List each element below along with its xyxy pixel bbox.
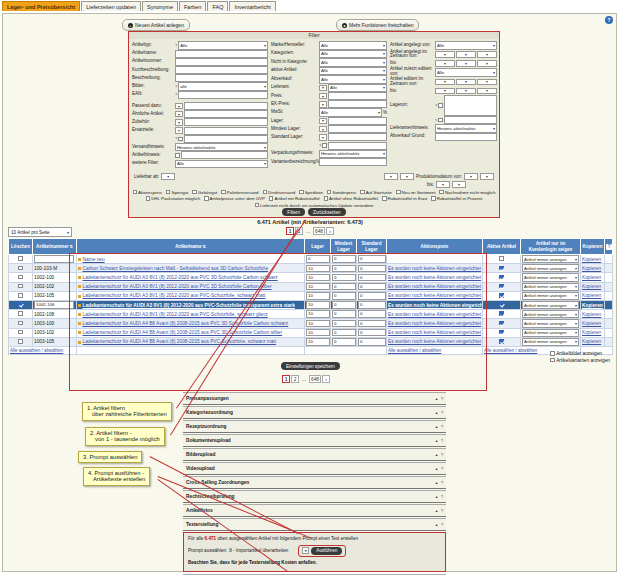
operator-select[interactable]: ▾ [456, 79, 476, 86]
filter-checkbox-artikel-ohne-rabattstaffel[interactable]: Artikel ohne Rabattstaffel [324, 196, 378, 201]
collapse-icon[interactable]: ▴ [436, 522, 438, 527]
help-icon[interactable]: ? [175, 136, 177, 141]
checkbox[interactable] [327, 190, 332, 195]
filter-input[interactable] [328, 125, 387, 133]
checkbox[interactable] [204, 196, 209, 201]
checkbox[interactable] [18, 293, 23, 298]
mindest-lager-input[interactable]: 0 [332, 329, 356, 337]
checkbox[interactable] [396, 190, 401, 195]
checkbox[interactable] [438, 118, 443, 123]
aktionspreis-link[interactable]: Es wurden noch keine Aktionen eingericht… [388, 275, 481, 280]
filter-input[interactable] [175, 74, 268, 82]
artikelnummer-input[interactable] [34, 255, 74, 263]
checkbox[interactable] [322, 143, 327, 148]
column-header-artikelnummer[interactable]: Artikelnummer⇅ [33, 239, 77, 255]
filter-checkbox-sperrgut[interactable]: Sperrgut [166, 190, 188, 195]
filter-input[interactable] [184, 118, 268, 126]
display-select[interactable]: Artikel immer anzeigen▾ [522, 310, 579, 318]
collapse-icon[interactable]: ▴ [436, 452, 438, 457]
filter-input[interactable] [435, 133, 497, 141]
artikelname-link[interactable]: Ladekantenschutz für AUDI A3 8V1 (8) 201… [83, 312, 268, 317]
checkbox[interactable] [499, 339, 504, 344]
pagination-page-2[interactable]: 2 [291, 375, 299, 383]
operator-select[interactable]: ▾ [435, 51, 455, 58]
filter-select[interactable]: Hinweis aktiv/inaktiv▾ [435, 124, 497, 133]
mindest-lager-input[interactable]: 0 [332, 301, 356, 309]
aktionspreis-link[interactable]: Es wurden noch keine Aktionen eingericht… [388, 303, 483, 308]
tab-farben[interactable]: Farben [179, 1, 206, 11]
help-icon[interactable]: ? [435, 103, 437, 108]
standard-lager-input[interactable]: 0 [358, 310, 386, 318]
operator-select[interactable]: ▾ [175, 111, 183, 118]
bis-select[interactable]: ▾ [436, 181, 450, 188]
collapse-icon[interactable]: ▴ [436, 438, 438, 443]
display-select[interactable]: Artikel immer anzeigen▾ [522, 283, 579, 291]
tab-faq[interactable]: FAQ [207, 1, 228, 11]
filter-input[interactable] [175, 66, 268, 74]
collapse-icon[interactable]: ▴ [436, 396, 438, 401]
lieferbar-select[interactable]: ▾ [384, 173, 398, 180]
display-select[interactable]: Artikel immer anzeigen▾ [522, 292, 579, 300]
checkbox[interactable] [18, 339, 23, 344]
checkbox[interactable] [255, 203, 260, 208]
filter-select[interactable]: Alle▾ [175, 160, 268, 169]
filter-checkbox-palettenversand[interactable]: Palettenversand [221, 190, 258, 195]
accordion-texterstellung[interactable]: Texterstellung▴? [183, 518, 446, 531]
kopieren-link[interactable]: Kopieren [582, 330, 601, 335]
mindest-lager-input[interactable]: 0 [332, 274, 356, 282]
filter-select[interactable]: Alle▾ [435, 41, 497, 50]
help-icon[interactable]: ? [175, 92, 177, 97]
mindest-lager-input[interactable]: 0 [332, 292, 356, 300]
select-all-link[interactable]: Alle auswählen / abwählen [484, 348, 537, 353]
checkbox[interactable] [499, 302, 504, 307]
filter-checkbox-direktversand[interactable]: Direktversand [263, 190, 296, 195]
checkbox[interactable] [382, 196, 387, 201]
lieferbar-select[interactable]: ▾ [161, 173, 175, 180]
filter-select[interactable]: Alle▾ [319, 41, 387, 50]
sort-icon[interactable]: ⇅ [70, 244, 73, 249]
filter-checkbox-artikelpreise-unter-dem-uvp[interactable]: Artikelpreise unter dem UVP [204, 196, 265, 201]
accordion-dokumentenupload[interactable]: Dokumentenupload▴? [183, 434, 446, 447]
filter-checkbox-rabattstaffel-in-prozent[interactable]: Rabattstaffel in Prozent [431, 196, 482, 201]
mindest-lager-input[interactable]: 0 [332, 283, 356, 291]
kopieren-link[interactable]: Kopieren [582, 275, 601, 280]
accordion-artikelfotos[interactable]: Artikelfotos▴? [183, 504, 446, 517]
checkbox[interactable] [18, 321, 23, 326]
lager-input[interactable]: 10 [306, 310, 330, 318]
checkbox[interactable] [360, 190, 365, 195]
lieferbar-select[interactable]: ▾ [400, 173, 414, 180]
checkbox[interactable] [146, 196, 151, 201]
lager-input[interactable]: 10 [306, 338, 330, 346]
mindest-lager-input[interactable]: 0 [332, 310, 356, 318]
help-icon[interactable]: ? [441, 424, 443, 429]
checkbox[interactable] [431, 196, 436, 201]
pagination-next[interactable]: › [322, 375, 330, 383]
pagination-page-1[interactable]: 1 [286, 227, 294, 235]
checkbox[interactable] [18, 256, 23, 261]
checkbox[interactable] [263, 190, 268, 195]
lager-input[interactable]: 10 [306, 292, 330, 300]
standard-lager-input[interactable]: 0 [358, 329, 386, 337]
mindest-lager-input[interactable]: 0 [332, 265, 356, 273]
filtern-button[interactable]: Filtern [282, 208, 305, 216]
tab-lieferzeiten-updaten[interactable]: Lieferzeiten updaten [81, 1, 141, 11]
accordion-rezeptzuordnung[interactable]: Rezeptzuordnung▴? [183, 420, 446, 433]
kopieren-link[interactable]: Kopieren [582, 321, 601, 326]
checkbox[interactable] [192, 190, 197, 195]
collapse-icon[interactable]: ▴ [436, 424, 438, 429]
lager-input[interactable]: 10 [306, 265, 330, 273]
sort-icon[interactable]: ⇅ [202, 244, 205, 249]
checkbox[interactable] [166, 190, 171, 195]
operator-select[interactable]: ▾ [319, 101, 327, 108]
operator-select[interactable]: ▾ [435, 79, 455, 86]
kopieren-link[interactable]: Kopieren [582, 266, 601, 271]
checkbox[interactable] [18, 311, 23, 316]
kopieren-link[interactable]: Kopieren [582, 312, 601, 317]
filter-checkbox-nachnahme-nicht-m-glich[interactable]: Nachnahme nicht möglich [439, 190, 495, 195]
checkbox[interactable] [499, 321, 504, 326]
filter-input[interactable] [181, 151, 269, 159]
help-icon[interactable]: ? [441, 396, 443, 401]
help-icon[interactable]: ? [435, 118, 437, 123]
help-icon[interactable]: ? [605, 16, 613, 24]
filter-checkbox-neu-im-sortiment[interactable]: Neu im Sortiment [396, 190, 435, 195]
